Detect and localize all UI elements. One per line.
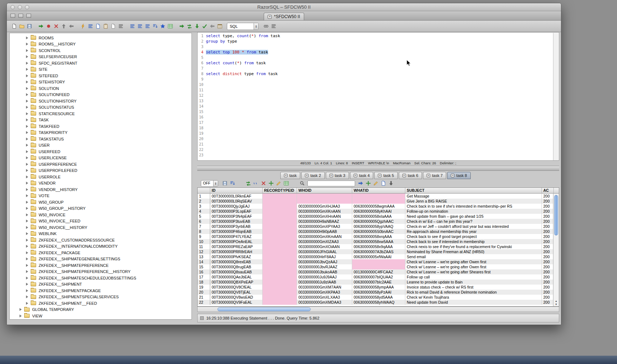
- table-row[interactable]: 400T3000000P3LopEAF0033000000GmXKnAAN006…: [198, 209, 554, 214]
- cell-id[interactable]: 00T3000000Q8rugEAB: [210, 264, 263, 269]
- expander-icon[interactable]: [26, 131, 28, 134]
- find-next-icon[interactable]: [357, 179, 364, 187]
- cell-whatid[interactable]: 006300000058yPzAAI: [352, 290, 405, 295]
- cell-id[interactable]: 00T3000000L0RqSEAV: [210, 199, 263, 204]
- expander-icon[interactable]: [26, 277, 28, 280]
- tree-item[interactable]: TASKPRIORITY: [10, 130, 191, 136]
- expander-icon[interactable]: [26, 302, 28, 305]
- commit-icon[interactable]: [60, 22, 67, 30]
- expander-icon[interactable]: [26, 112, 28, 115]
- editor-line[interactable]: 4select top 100 * from task: [198, 49, 559, 55]
- cell-subject[interactable]: Check w/ Leanne – we're going after Shea…: [405, 269, 542, 274]
- cell-whoid[interactable]: 0033000000Ju9zIAAB: [297, 280, 352, 285]
- expander-icon[interactable]: [26, 150, 28, 153]
- cell-recordtypeid[interactable]: [263, 214, 297, 219]
- align-left-icon[interactable]: [136, 22, 143, 30]
- cell-recordtypeid[interactable]: [263, 249, 297, 254]
- cell-whoid[interactable]: 0033000000JbvRJAAZ: [297, 264, 352, 269]
- cell-ac[interactable]: 200: [542, 194, 554, 199]
- cell-whoid[interactable]: 0033000000H9i0pAAB: [297, 229, 352, 234]
- cell-subject[interactable]: Need update from David: [405, 300, 542, 305]
- cell-recordtypeid[interactable]: [263, 280, 297, 285]
- expander-icon[interactable]: [26, 144, 28, 147]
- cell-subject[interactable]: Re-approach about membership this year: [405, 229, 542, 234]
- cell-ac[interactable]: 200: [542, 229, 554, 234]
- cell-recordtypeid[interactable]: [263, 295, 297, 300]
- row-number[interactable]: 20: [198, 290, 210, 295]
- scrollbar-thumb[interactable]: [217, 307, 311, 311]
- expander-icon[interactable]: [26, 226, 28, 229]
- cell-recordtypeid[interactable]: [263, 239, 297, 244]
- cell-whatid[interactable]: 00630000007bIQUAA2: [352, 274, 405, 280]
- frame-close-icon[interactable]: [10, 14, 15, 18]
- cell-subject[interactable]: Nominated by Shane Freeman at ANZ (HR50): [405, 249, 542, 254]
- close-tab-icon[interactable]: ×: [354, 174, 357, 177]
- row-number[interactable]: 21: [198, 295, 210, 300]
- sort-filter-icon[interactable]: [229, 179, 236, 187]
- result-tab[interactable]: ×task 4: [350, 172, 373, 179]
- table-row[interactable]: 1000T3000000POeAnEAL0033000000GmXIZAA300…: [198, 239, 554, 244]
- results-vertical-scrollbar[interactable]: ▲ ▼: [553, 194, 559, 306]
- row-number[interactable]: 16: [198, 269, 210, 274]
- cell-recordtypeid[interactable]: [263, 300, 297, 305]
- table-row[interactable]: 1500T3000000Q8rugEAB0033000000JbvRJAAZCh…: [198, 264, 554, 269]
- tree-item[interactable]: VENDOR: [10, 180, 191, 187]
- tree-item[interactable]: SFDC_REGISTRANT: [10, 60, 191, 66]
- delete-row-icon[interactable]: [260, 179, 267, 187]
- tree-item[interactable]: W50_INVOICE: [10, 212, 191, 218]
- editor-line[interactable]: 2group by type: [198, 39, 559, 44]
- cell-whoid[interactable]: 0033000000JbukoAAB: [297, 269, 352, 274]
- edit-cell-icon[interactable]: [275, 179, 282, 187]
- cell-recordtypeid[interactable]: [263, 264, 297, 269]
- format-sql-icon[interactable]: [151, 22, 159, 30]
- cell-whatid[interactable]: 00630000005S0bnAAC: [352, 229, 405, 234]
- tree-item[interactable]: ZKFEDEX__SHIPMENT: [10, 281, 191, 288]
- column-header[interactable]: SUBJECT: [405, 188, 542, 194]
- result-tab[interactable]: ×task 2: [301, 172, 324, 179]
- expander-icon[interactable]: [26, 125, 28, 128]
- expander-icon[interactable]: [26, 118, 28, 121]
- cell-whatid[interactable]: 006300000058xw5AAA: [352, 239, 405, 244]
- export-icon[interactable]: [94, 22, 102, 30]
- tree-item[interactable]: SOLUTIONHISTORY: [10, 98, 191, 104]
- cell-id[interactable]: 00T3000000P3tuvEAB: [210, 219, 263, 224]
- cell-subject[interactable]: Check w/ Kevin Tsujihara: [405, 295, 542, 300]
- cell-whatid[interactable]: [352, 264, 405, 269]
- mini-stepper-icon[interactable]: ▲▼: [213, 181, 218, 186]
- editor-line[interactable]: 15: [198, 109, 559, 114]
- tree-item[interactable]: USERFEED: [10, 148, 191, 155]
- pane-splitter[interactable]: [197, 166, 559, 171]
- tree-item[interactable]: ZKFEDEX__SHIPMENTSPECIALSERVICES: [10, 294, 191, 300]
- tree-item[interactable]: SITE: [10, 66, 191, 73]
- cell-recordtypeid[interactable]: [263, 290, 297, 295]
- cell-whoid[interactable]: 0033000000GmXIZAA3: [297, 239, 352, 244]
- cell-whoid[interactable]: [297, 199, 352, 204]
- result-tab[interactable]: ×task 7: [423, 172, 446, 179]
- cell-whatid[interactable]: 006300000058ypVAAQ: [352, 224, 405, 229]
- cell-subject[interactable]: Rick to email David & reference Delmonte…: [405, 290, 542, 295]
- cell-whoid[interactable]: 0033000000GmXKnAAN: [297, 209, 352, 214]
- cell-whoid[interactable]: 0033000000Ju9J9AAJ: [297, 274, 352, 280]
- log-icon[interactable]: [270, 22, 277, 30]
- results-search-input[interactable]: [307, 181, 355, 186]
- cell-ac[interactable]: 200: [542, 269, 554, 274]
- row-number[interactable]: 9: [198, 234, 210, 239]
- row-number[interactable]: 6: [198, 219, 210, 224]
- expander-icon[interactable]: [26, 176, 28, 178]
- execute-icon[interactable]: [79, 22, 86, 30]
- cell-whatid[interactable]: 006300000058yhWAAQ: [352, 300, 405, 305]
- editor-scrollbar[interactable]: [553, 33, 558, 161]
- result-tab[interactable]: ×task 3: [326, 172, 349, 179]
- tree-item[interactable]: WEBLINK: [10, 231, 191, 237]
- cell-recordtypeid[interactable]: [263, 234, 297, 239]
- row-number[interactable]: 8: [198, 229, 210, 234]
- tree-item[interactable]: ZKFEDEX__SHIPMATEPREFERENCE: [10, 262, 191, 269]
- cell-subject[interactable]: Leanne to provide update to Bain: [405, 280, 542, 285]
- add-filter-icon[interactable]: [364, 179, 372, 187]
- cell-whoid[interactable]: 0033000000GmXPYAA3: [297, 224, 352, 229]
- row-number[interactable]: 3: [198, 204, 210, 209]
- expander-icon[interactable]: [20, 315, 22, 317]
- cell-subject[interactable]: Check w/ Leanne – we're going after Owen…: [405, 259, 542, 264]
- check-syntax-icon[interactable]: [201, 22, 208, 30]
- cell-recordtypeid[interactable]: [263, 229, 297, 234]
